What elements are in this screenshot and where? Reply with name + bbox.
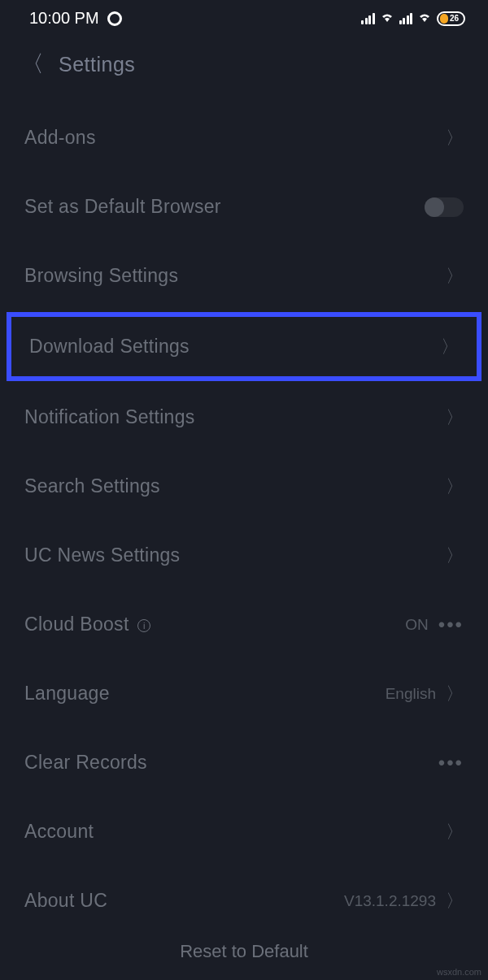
setting-about-uc[interactable]: About UC V13.1.2.1293 〉 bbox=[0, 866, 488, 935]
status-time: 10:00 PM bbox=[29, 9, 99, 28]
chevron-right-icon: 〉 bbox=[446, 682, 464, 706]
setting-notification[interactable]: Notification Settings 〉 bbox=[0, 383, 488, 452]
nav-header: 〈 Settings bbox=[0, 37, 488, 92]
chevron-right-icon: 〉 bbox=[446, 475, 464, 499]
setting-addons[interactable]: Add-ons 〉 bbox=[0, 103, 488, 172]
chevron-right-icon: 〉 bbox=[446, 264, 464, 288]
setting-browsing[interactable]: Browsing Settings 〉 bbox=[0, 241, 488, 310]
status-left: 10:00 PM bbox=[29, 9, 122, 28]
reset-to-default-button[interactable]: Reset to Default bbox=[0, 941, 488, 962]
wifi-icon-2 bbox=[417, 11, 432, 26]
setting-value: English bbox=[386, 685, 436, 703]
battery-percentage: 26 bbox=[450, 14, 459, 23]
setting-clear-records[interactable]: Clear Records ••• bbox=[0, 728, 488, 797]
signal-icon-2 bbox=[399, 13, 413, 24]
setting-label: Notification Settings bbox=[24, 406, 195, 428]
setting-label: About UC bbox=[24, 890, 107, 912]
circle-icon bbox=[107, 11, 122, 26]
setting-label: UC News Settings bbox=[24, 544, 180, 566]
setting-label: Clear Records bbox=[24, 752, 147, 774]
more-dots-icon: ••• bbox=[438, 752, 464, 774]
watermark: wsxdn.com bbox=[437, 967, 481, 977]
setting-language[interactable]: Language English 〉 bbox=[0, 659, 488, 728]
page-title: Settings bbox=[59, 53, 135, 76]
setting-uc-news[interactable]: UC News Settings 〉 bbox=[0, 521, 488, 590]
chevron-right-icon: 〉 bbox=[446, 544, 464, 568]
signal-icon-1 bbox=[361, 13, 375, 24]
toggle-switch[interactable] bbox=[425, 197, 464, 217]
setting-download[interactable]: Download Settings 〉 bbox=[7, 312, 481, 381]
chevron-right-icon: 〉 bbox=[446, 820, 464, 844]
setting-label: Cloud Boost i bbox=[24, 614, 150, 635]
setting-label: Account bbox=[24, 821, 94, 843]
battery-icon: 26 bbox=[437, 11, 465, 26]
setting-label: Search Settings bbox=[24, 475, 160, 497]
setting-value: ON bbox=[405, 616, 429, 634]
setting-label: Add-ons bbox=[24, 127, 96, 149]
toggle-thumb bbox=[425, 197, 444, 217]
chevron-right-icon: 〉 bbox=[441, 335, 459, 359]
chevron-right-icon: 〉 bbox=[446, 405, 464, 430]
setting-value: V13.1.2.1293 bbox=[344, 892, 436, 910]
status-right: 26 bbox=[361, 11, 465, 26]
info-icon: i bbox=[137, 619, 150, 632]
setting-search[interactable]: Search Settings 〉 bbox=[0, 452, 488, 521]
setting-label: Browsing Settings bbox=[24, 265, 178, 287]
status-bar: 10:00 PM 26 bbox=[0, 0, 488, 37]
setting-cloud-boost[interactable]: Cloud Boost i ON ••• bbox=[0, 590, 488, 659]
more-dots-icon: ••• bbox=[438, 614, 464, 636]
back-icon[interactable]: 〈 bbox=[21, 49, 44, 80]
setting-label: Set as Default Browser bbox=[24, 196, 221, 218]
setting-label: Download Settings bbox=[29, 336, 190, 358]
wifi-icon-1 bbox=[380, 11, 394, 26]
setting-account[interactable]: Account 〉 bbox=[0, 797, 488, 866]
setting-label: Language bbox=[24, 683, 110, 705]
chevron-right-icon: 〉 bbox=[446, 126, 464, 150]
setting-default-browser[interactable]: Set as Default Browser bbox=[0, 172, 488, 241]
chevron-right-icon: 〉 bbox=[446, 889, 464, 913]
settings-list: Add-ons 〉 Set as Default Browser Browsin… bbox=[0, 92, 488, 935]
